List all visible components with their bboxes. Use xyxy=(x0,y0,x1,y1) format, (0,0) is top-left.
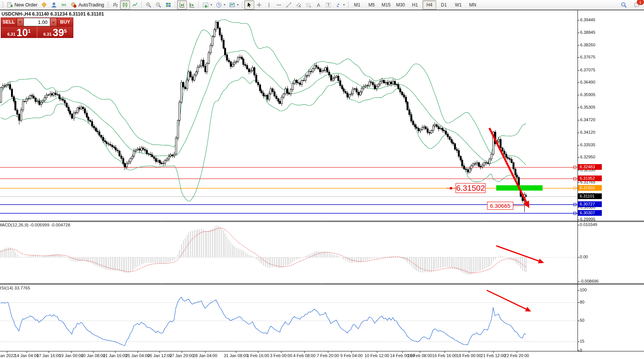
time-axis-label: 18 Feb 00:00 xyxy=(457,353,481,358)
toolbar-grip[interactable] xyxy=(2,2,4,8)
chart-canvas[interactable] xyxy=(0,0,644,359)
timeframe-button-h4[interactable]: H4 xyxy=(422,0,436,9)
volume-increase-button[interactable]: ▲ xyxy=(50,18,57,26)
sell-button[interactable]: SELL xyxy=(1,18,17,26)
price-axis-tick: 6.35305 xyxy=(580,105,595,109)
price-badge: 6.32483 xyxy=(578,164,602,170)
line-chart-icon xyxy=(132,2,138,8)
timeframe-button-m30[interactable]: M30 xyxy=(394,0,407,9)
bar-chart-button[interactable] xyxy=(110,0,120,9)
crosshair-tool-button[interactable] xyxy=(254,0,264,9)
tile-windows-button[interactable] xyxy=(163,0,173,9)
line-chart-button[interactable] xyxy=(130,0,140,9)
autotrading-button[interactable]: AutoTrading xyxy=(69,0,106,9)
price-axis-tick: 6.38845 xyxy=(580,30,595,35)
one-click-trading-panel: SELL ▼ ▲ BUY 6.31 10 1 6.31 39 5 xyxy=(1,17,73,38)
price-axis-tick: 6.29995 xyxy=(580,217,595,221)
zoom-out-button[interactable] xyxy=(153,0,163,9)
metaeditor-button[interactable] xyxy=(39,0,49,9)
rsi-axis-tick: 80 xyxy=(580,300,584,304)
macd-axis-tick: 0.00 xyxy=(580,255,588,259)
timeframe-button-d1[interactable]: D1 xyxy=(437,0,451,9)
indicators-button[interactable]: ▾ xyxy=(201,0,214,9)
buy-price[interactable]: 6.31 39 5 xyxy=(37,27,73,38)
horizontal-line-icon xyxy=(276,2,282,8)
search-button[interactable] xyxy=(619,0,629,9)
time-axis-label: 1 Feb 16:00 xyxy=(247,353,269,358)
dropdown-caret: ▾ xyxy=(210,3,212,6)
timeframe-button-mn[interactable]: MN xyxy=(466,0,479,9)
time-axis-label: 15 Feb 08:00 xyxy=(408,353,432,358)
horizontal-line-tool-button[interactable] xyxy=(274,0,284,9)
clock-icon xyxy=(216,2,222,8)
rsi-axis-tick: 50 xyxy=(580,318,584,323)
notification-count-badge: 1 xyxy=(637,0,644,5)
chart-shift-icon xyxy=(189,2,195,8)
macd-axis-tick: -0.008696 xyxy=(580,279,599,283)
equidistant-channel-tool-button[interactable]: E xyxy=(294,0,304,9)
auto-scroll-button[interactable] xyxy=(177,0,187,9)
toolbar-separator xyxy=(198,1,199,8)
volume-decrease-button[interactable]: ▼ xyxy=(17,18,24,26)
price-badge: 6.30307 xyxy=(578,210,602,216)
time-axis-label: 28 Jan 04:00 xyxy=(193,353,217,358)
bar-chart-icon xyxy=(112,2,118,8)
svg-text:A: A xyxy=(317,2,320,8)
templates-button[interactable]: ▾ xyxy=(227,0,241,9)
timeframe-button-m1[interactable]: M1 xyxy=(350,0,364,9)
dropdown-caret: ▾ xyxy=(224,3,225,6)
arrows-icon xyxy=(335,2,341,8)
time-axis-label: 19 Jan 00:00 xyxy=(59,353,83,358)
time-axis-label: 16 Feb 16:00 xyxy=(432,353,457,358)
timeframe-button-m15[interactable]: M15 xyxy=(379,0,393,9)
vertical-line-tool-button[interactable] xyxy=(264,0,274,9)
periods-button[interactable]: ▾ xyxy=(214,0,227,9)
chart-shift-button[interactable] xyxy=(187,0,197,9)
timeframe-button-m5[interactable]: M5 xyxy=(365,0,378,9)
trendline-icon xyxy=(286,2,292,8)
notifications-button[interactable]: 1 xyxy=(632,0,642,9)
signals-button[interactable] xyxy=(59,0,69,9)
price-axis-tick: 6.37675 xyxy=(580,55,595,59)
svg-text:T: T xyxy=(327,3,330,7)
fibonacci-tool-button[interactable]: F xyxy=(304,0,313,9)
support-level-label[interactable]: 6.31502 xyxy=(456,183,486,193)
price-axis-tick: 6.35905 xyxy=(580,92,595,97)
buy-price-prefix: 6.31 xyxy=(43,32,51,36)
dropdown-caret: ▾ xyxy=(343,3,345,6)
autotrading-label: AutoTrading xyxy=(78,2,104,8)
price-axis-tick: 6.34120 xyxy=(580,130,595,134)
timeframe-button-h1[interactable]: H1 xyxy=(408,0,422,9)
toolbar-separator xyxy=(175,1,176,8)
cursor-icon xyxy=(246,2,252,8)
time-axis-label: 25 Jan 04:00 xyxy=(125,353,150,358)
rsi-indicator-label: RSI(14) 33.7765 xyxy=(0,286,30,290)
buy-button[interactable]: BUY xyxy=(57,18,73,26)
new-order-icon xyxy=(7,2,13,8)
timeframe-button-w1[interactable]: W1 xyxy=(451,0,465,9)
cursor-tool-button[interactable] xyxy=(244,0,254,9)
price-axis-tick: 6.32950 xyxy=(580,155,595,159)
community-button[interactable] xyxy=(49,0,59,9)
main-toolbar: New Order AutoTrading xyxy=(0,0,644,10)
new-order-label: New Order xyxy=(14,2,37,8)
price-axis-tick: 6.33535 xyxy=(580,142,595,147)
broadcast-icon xyxy=(61,2,67,8)
macd-indicator-label: MACD(12,26,9) -0.005999 -0.004728 xyxy=(0,223,70,227)
svg-text:E: E xyxy=(299,5,301,8)
target-level-label[interactable]: 6.30665 xyxy=(487,202,513,210)
sell-price[interactable]: 6.31 10 1 xyxy=(1,27,37,38)
text-tool-button[interactable]: A xyxy=(313,0,323,9)
candlestick-chart-button[interactable] xyxy=(120,0,130,9)
zoom-in-button[interactable] xyxy=(144,0,153,9)
time-axis-label: 14 Jan 04:00 xyxy=(14,353,39,358)
trendline-tool-button[interactable] xyxy=(284,0,294,9)
volume-input[interactable] xyxy=(24,18,50,26)
new-order-button[interactable]: New Order xyxy=(5,0,39,9)
toolbar-grip[interactable] xyxy=(107,2,109,8)
text-label-tool-button[interactable]: T xyxy=(323,0,333,9)
dropdown-caret: ▾ xyxy=(237,3,239,6)
arrows-tool-button[interactable]: ▾ xyxy=(333,0,347,9)
auto-scroll-icon xyxy=(179,2,185,8)
up-arrow-icon: ▲ xyxy=(52,21,55,24)
